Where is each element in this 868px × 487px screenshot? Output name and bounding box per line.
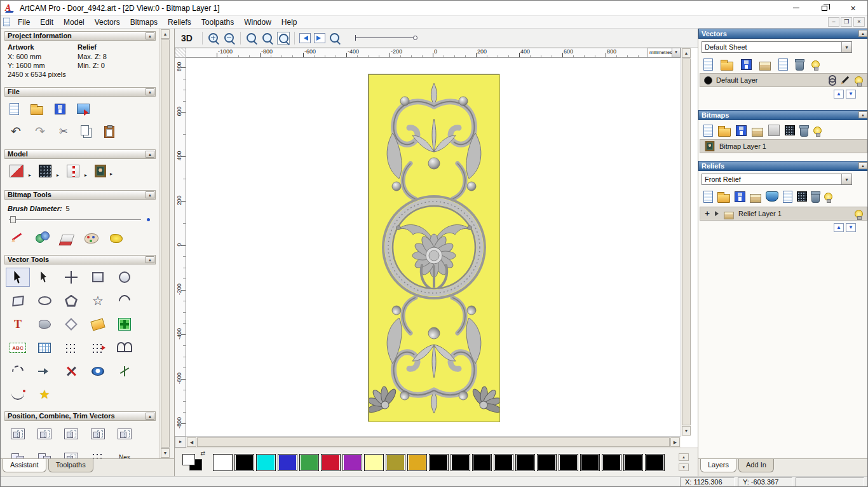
spin-vectors-icon[interactable] [92,367,104,376]
units-selector[interactable]: millimetres ▼ [648,48,681,58]
block-paste-tool-cell[interactable] [112,315,137,334]
zoom-in-icon[interactable] [207,32,220,45]
palette-scroll-up-button[interactable]: ▲ [679,453,689,461]
select-vectors-icon[interactable] [13,271,23,284]
block-copy-tool-cell[interactable] [59,338,83,357]
palette-swatch-7[interactable] [364,454,384,471]
offset-vector-icon[interactable] [65,318,78,331]
scroll-up-button[interactable]: ▲ [161,29,170,39]
ruler-corner-button[interactable] [175,48,186,58]
grid-copy-tool-cell[interactable] [32,338,57,357]
align-right-tool-cell[interactable] [32,424,57,443]
align-left-icon[interactable] [11,429,25,439]
palette-swatch-8[interactable] [386,454,405,471]
transform-vectors-tool-cell[interactable] [59,268,83,287]
restore-button[interactable] [810,1,839,15]
join-vectors-icon[interactable] [37,366,51,377]
save-layer-icon[interactable] [735,191,745,202]
wrap-text-icon[interactable] [39,320,51,329]
palette-swatch-11[interactable] [451,454,470,471]
palette-swatch-20[interactable] [645,454,665,471]
palette-swatch-12[interactable] [472,454,492,471]
paste-icon[interactable] [104,126,114,138]
subtract-vectors-tool-cell[interactable] [86,448,110,458]
dropdown-icon[interactable]: ▼ [841,42,851,52]
scroll-right-button[interactable]: ▶ [670,437,680,447]
move-layer-down-button[interactable]: ▼ [846,223,856,232]
new-layer-icon[interactable] [703,191,713,203]
open-model-icon[interactable] [31,106,43,115]
open-layer-icon[interactable] [721,62,733,71]
create-text-icon[interactable] [13,318,23,331]
envelope-distort-tool-cell[interactable] [112,338,137,357]
redo-icon[interactable] [34,125,46,139]
menu-bitmaps[interactable]: Bitmaps [125,16,163,29]
text-setup-icon[interactable] [10,343,26,353]
section-profile-tool-cell[interactable] [6,385,30,404]
edit-layer-icon[interactable] [839,75,850,85]
page-right-icon[interactable] [314,33,325,43]
palette-swatch-16[interactable] [559,454,578,471]
create-freeform-icon[interactable] [12,296,24,306]
palette-swatch-3[interactable] [278,454,297,471]
transform-vectors-icon[interactable] [65,271,78,284]
copy-icon[interactable] [81,125,89,135]
fit-arcs-icon[interactable] [10,363,25,379]
save-model-icon[interactable] [55,104,65,114]
palette-swatch-6[interactable] [342,454,362,471]
collapse-section-button[interactable]: ▲ [146,256,154,263]
tab-layers[interactable]: Layers [700,459,736,472]
pan-mode-button[interactable]: ▸ [175,436,186,448]
switch-to-3d-button[interactable]: 3D [181,33,193,43]
zoom-box-icon[interactable] [245,32,258,45]
create-arc-icon[interactable] [116,292,132,308]
relief-layer-row[interactable]: Relief Layer 1 [700,207,867,221]
new-model-icon[interactable] [10,103,19,115]
adjust-model-icon[interactable] [39,165,51,177]
open-layer-icon[interactable] [718,128,731,137]
fillet-tool-icon[interactable] [118,365,131,378]
delete-layer-icon[interactable] [811,193,820,203]
align-right-icon[interactable] [37,429,51,439]
expand-layer-icon[interactable] [714,209,719,219]
weld-vectors-tool-cell[interactable] [59,448,83,458]
align-centre-icon[interactable] [64,429,78,439]
tab-assistant[interactable]: Assistant [3,459,46,472]
collapse-section-button[interactable]: ▲ [858,30,867,37]
text-on-curve-tool-cell[interactable] [86,315,110,334]
primary-secondary-colour-picker[interactable]: ⇄ [182,452,205,472]
menu-help[interactable]: Help [276,16,302,29]
nesting-tool-cell[interactable] [112,448,137,458]
set-model-size-icon[interactable] [10,165,24,177]
tab-toolpaths[interactable]: Toolpaths [48,459,93,472]
palette-swatch-13[interactable] [494,454,513,471]
create-rectangle-tool-cell[interactable] [86,268,110,287]
relief-selector[interactable]: Front Relief ▼ [702,174,852,185]
palette-swatch-17[interactable] [580,454,600,471]
toggle-all-visibility-icon[interactable] [824,193,832,201]
group-vectors-tool-cell[interactable] [6,448,30,458]
palette-swatch-5[interactable] [321,454,341,471]
vector-doctor-tool-cell[interactable] [32,385,57,404]
select-vectors-tool-cell[interactable] [6,268,30,287]
swap-colours-icon[interactable]: ⇄ [200,450,205,456]
slider-thumb[interactable] [10,216,16,223]
menu-toolpaths[interactable]: Toolpaths [196,16,239,29]
text-on-curve-icon[interactable] [90,318,105,331]
create-star-icon[interactable] [92,294,104,307]
collapse-section-button[interactable]: ▲ [146,151,154,158]
collapse-section-button[interactable]: ▲ [858,111,867,118]
create-rectangle-icon[interactable] [92,272,104,282]
create-arc-tool-cell[interactable] [112,291,137,310]
collapse-section-button[interactable]: ▲ [858,162,867,169]
create-circle-icon[interactable] [119,271,130,283]
brush-diameter-slider[interactable] [9,216,141,223]
palette-swatch-2[interactable] [256,454,276,471]
close-button[interactable]: × [839,1,867,15]
scroll-down-button[interactable]: ▼ [682,426,691,436]
new-relief-layer-icon[interactable] [783,191,792,203]
vector-doctor-icon[interactable] [38,388,51,401]
units-dropdown-icon[interactable]: ▼ [672,48,680,57]
load-reference-image-icon[interactable] [95,165,106,177]
colour-palette-icon[interactable] [85,233,98,244]
